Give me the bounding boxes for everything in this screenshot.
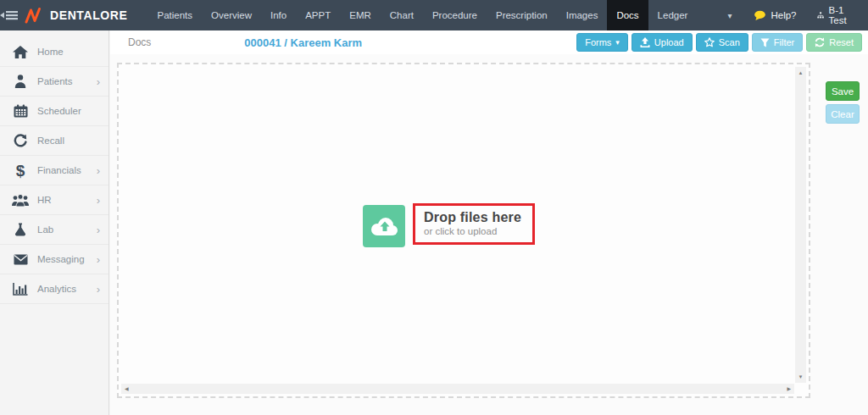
- docs-toolbar: Forms ▾ Upload Scan Filter: [576, 33, 862, 52]
- tab-prescription[interactable]: Prescription: [487, 0, 557, 30]
- tab-procedure[interactable]: Procedure: [423, 0, 487, 30]
- sidebar-item-label: Messaging: [37, 254, 85, 264]
- tab-ledger[interactable]: Ledger: [648, 0, 698, 30]
- sidebar-item-label: Patients: [37, 76, 73, 86]
- patient-link[interactable]: 000041 / Kareem Karm: [244, 36, 362, 49]
- chevron-down-icon: ▾: [615, 38, 620, 47]
- chevron-right-icon: ›: [97, 195, 100, 206]
- scroll-down-icon[interactable]: ▼: [795, 374, 806, 379]
- upload-label: Upload: [654, 37, 684, 47]
- save-button[interactable]: Save: [826, 81, 860, 101]
- upload-tile-button[interactable]: [363, 205, 405, 247]
- topbar-right: Help? B-1 Test System Administrator ▾: [743, 0, 868, 30]
- tab-images[interactable]: Images: [557, 0, 608, 30]
- upload-button[interactable]: Upload: [632, 33, 693, 52]
- sidebar-item-financials[interactable]: $ Financials ›: [0, 156, 108, 185]
- flask-icon: [11, 223, 30, 236]
- sidebar-item-label: Lab: [37, 224, 53, 235]
- tab-chart[interactable]: Chart: [381, 0, 423, 30]
- filter-button[interactable]: Filter: [752, 33, 803, 52]
- chevron-right-icon: ›: [97, 254, 100, 265]
- clear-button[interactable]: Clear: [826, 104, 860, 124]
- scroll-left-icon[interactable]: ◀: [125, 386, 129, 391]
- horizontal-scrollbar[interactable]: ◀ ▶: [121, 384, 794, 394]
- dropzone-title: Drop files here: [424, 210, 521, 225]
- chevron-right-icon: ›: [97, 284, 100, 295]
- tab-info[interactable]: Info: [261, 0, 296, 30]
- forms-button[interactable]: Forms ▾: [576, 33, 628, 52]
- users-icon: [11, 194, 30, 207]
- patient-icon: [11, 75, 30, 88]
- dollar-icon: $: [11, 163, 30, 179]
- star-icon: [704, 37, 715, 47]
- sidebar-item-messaging[interactable]: Messaging ›: [0, 245, 108, 274]
- file-dropzone[interactable]: Drop files here or click to upload ▲ ▼ ◀…: [117, 63, 810, 398]
- sidebar-item-lab[interactable]: Lab ›: [0, 215, 108, 245]
- tab-docs[interactable]: Docs: [607, 0, 648, 30]
- chat-bubble-icon: [754, 10, 766, 21]
- more-tabs-dropdown[interactable]: ▾: [715, 0, 743, 30]
- bar-chart-icon: [11, 283, 30, 296]
- chevron-right-icon: ›: [97, 76, 100, 87]
- scan-label: Scan: [719, 37, 740, 47]
- collapse-menu-icon: [0, 9, 18, 21]
- sidebar-item-home[interactable]: Home: [0, 37, 108, 67]
- chevron-right-icon: ›: [97, 224, 100, 235]
- reset-button[interactable]: Reset: [806, 33, 862, 52]
- brand-logo[interactable]: DENTALORE: [18, 0, 147, 30]
- cloud-upload-icon: [369, 214, 399, 238]
- tab-emr[interactable]: EMR: [340, 0, 381, 30]
- sidebar-item-scheduler[interactable]: Scheduler: [0, 97, 108, 126]
- tab-overview[interactable]: Overview: [202, 0, 261, 30]
- sidebar-item-hr[interactable]: HR ›: [0, 185, 108, 215]
- practice-label: B-1 Test: [829, 5, 851, 25]
- content-header: Docs 000041 / Kareem Karm Forms ▾ Upload…: [110, 30, 868, 54]
- dropzone-subtitle: or click to upload: [424, 226, 521, 236]
- brand-name: DENTALORE: [50, 8, 127, 22]
- sidebar-toggle-button[interactable]: [0, 0, 18, 30]
- annotation-highlight-box: Drop files here or click to upload: [413, 203, 535, 245]
- chevron-right-icon: ›: [97, 165, 100, 176]
- dropzone-prompt: Drop files here or click to upload: [363, 205, 535, 247]
- reset-label: Reset: [829, 37, 854, 47]
- sidebar-item-recall[interactable]: Recall: [0, 126, 108, 156]
- scan-button[interactable]: Scan: [696, 33, 748, 52]
- help-button[interactable]: Help?: [743, 10, 806, 21]
- sidebar-item-patients[interactable]: Patients ›: [0, 67, 108, 97]
- tab-patients[interactable]: Patients: [147, 0, 202, 30]
- sidebar-item-label: Recall: [37, 136, 64, 146]
- refresh-icon: [11, 134, 30, 147]
- dentalore-logo-icon: [25, 6, 43, 25]
- envelope-icon: [11, 254, 30, 265]
- practice-selector[interactable]: B-1 Test: [807, 5, 861, 25]
- sidebar-item-label: Analytics: [37, 284, 76, 294]
- content-body: Drop files here or click to upload ▲ ▼ ◀…: [110, 54, 868, 415]
- upload-icon: [640, 37, 650, 47]
- vertical-scrollbar[interactable]: ▲ ▼: [795, 67, 806, 383]
- filter-label: Filter: [774, 37, 794, 47]
- home-icon: [11, 46, 30, 58]
- main-nav: Patients Overview Info APPT EMR Chart Pr…: [147, 0, 743, 30]
- sitemap-icon: [817, 10, 824, 20]
- forms-label: Forms: [585, 37, 611, 47]
- help-label: Help?: [771, 10, 796, 20]
- sidebar-item-label: HR: [37, 195, 52, 205]
- page-title: Docs: [128, 36, 151, 48]
- sidebar: Home Patients › Scheduler Recall: [0, 30, 109, 415]
- sidebar-item-label: Home: [37, 47, 64, 57]
- scroll-right-icon[interactable]: ▶: [787, 386, 791, 391]
- tab-appt[interactable]: APPT: [296, 0, 340, 30]
- sidebar-item-label: Scheduler: [37, 106, 81, 116]
- scroll-up-icon[interactable]: ▲: [795, 70, 806, 75]
- filter-icon: [760, 38, 770, 47]
- chevron-down-icon: ▾: [727, 11, 732, 20]
- calendar-icon: [11, 104, 30, 118]
- refresh-icon: [815, 37, 825, 47]
- sidebar-item-label: Financials: [37, 165, 81, 175]
- top-navbar: DENTALORE Patients Overview Info APPT EM…: [0, 0, 868, 30]
- sidebar-item-analytics[interactable]: Analytics ›: [0, 274, 108, 304]
